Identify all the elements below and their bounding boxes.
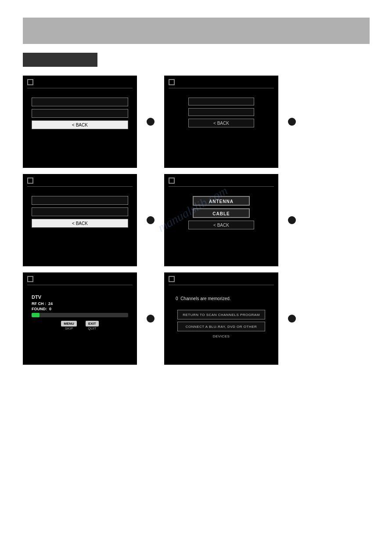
bullet-4: [288, 216, 296, 224]
antenna-button[interactable]: ANTENNA: [193, 196, 250, 206]
screens-wrapper: < BACK < BACK < BACK: [23, 76, 392, 365]
screen-1-input-2: [32, 109, 128, 118]
progress-bar-fill: [32, 313, 40, 317]
screen-2-back-btn[interactable]: < BACK: [188, 119, 254, 127]
screen-2-input-1: [188, 98, 254, 105]
screen-3-back-btn[interactable]: < BACK: [32, 219, 128, 228]
screen-3-input-1: [32, 196, 128, 205]
bullet-6: [288, 315, 296, 323]
screen-1-back-btn[interactable]: < BACK: [32, 120, 128, 129]
screen-3: < BACK: [23, 174, 137, 266]
screen-1-input-1: [32, 98, 128, 106]
return-scan-button[interactable]: RETURN TO SCAN CHANNELS PROGRAM: [177, 310, 265, 319]
screen-icon-1: [27, 79, 33, 85]
screen-4: ANTENNA CABLE < BACK: [164, 174, 278, 266]
screen-icon-6: [169, 276, 175, 282]
screen-2-input-2: [188, 108, 254, 116]
bullet-3: [147, 216, 155, 224]
screen-icon-3: [27, 178, 33, 184]
screen-6-content: 0 Channels are memorized. RETURN TO SCAN…: [169, 296, 274, 331]
row-3: DTV RF CH : 24 FOUND: 0 MENU SKIP E: [23, 272, 392, 365]
bullet-2: [288, 118, 296, 126]
screen-icon-5: [27, 276, 33, 282]
screen-icon-4: [169, 178, 175, 184]
screen-1-content: < BACK: [27, 98, 133, 129]
connect-devices-button[interactable]: CONNECT A BLU-RAY, DVD OR OTHER DEVICES: [177, 322, 265, 331]
screen-icon-2: [169, 79, 175, 85]
row-1: < BACK < BACK: [23, 76, 392, 168]
dtv-rfch-row: RF CH : 24: [32, 301, 128, 306]
header-bar: [23, 18, 370, 44]
screen-4-back-btn[interactable]: < BACK: [188, 221, 254, 229]
dtv-found-row: FOUND: 0: [32, 307, 128, 311]
section-label: [23, 53, 97, 67]
dtv-label: DTV: [32, 294, 128, 300]
screen-2: < BACK: [164, 76, 278, 168]
bullet-1: [147, 118, 155, 126]
progress-bar-bg: [32, 313, 128, 317]
result-channels-text: 0 Channels are memorized.: [171, 296, 271, 301]
exit-button[interactable]: EXIT: [86, 321, 99, 326]
screen-5: DTV RF CH : 24 FOUND: 0 MENU SKIP E: [23, 272, 137, 365]
row-2: < BACK ANTENNA CABLE < BACK: [23, 174, 392, 266]
cable-button[interactable]: CABLE: [193, 208, 250, 218]
menu-button[interactable]: MENU: [61, 321, 77, 326]
screen-4-content: ANTENNA CABLE < BACK: [169, 196, 274, 229]
screen-6: 0 Channels are memorized. RETURN TO SCAN…: [164, 272, 278, 365]
quit-label: QUIT: [86, 326, 99, 330]
exit-btn-group: EXIT QUIT: [86, 321, 99, 330]
menu-btn-group: MENU SKIP: [61, 321, 77, 330]
dtv-buttons: MENU SKIP EXIT QUIT: [32, 321, 128, 330]
skip-label: SKIP: [61, 326, 77, 330]
screen-3-content: < BACK: [27, 196, 133, 228]
screen-1: < BACK: [23, 76, 137, 168]
screen-5-content: DTV RF CH : 24 FOUND: 0 MENU SKIP E: [27, 294, 133, 330]
screen-3-input-2: [32, 207, 128, 216]
screen-2-content: < BACK: [169, 98, 274, 127]
bullet-5: [147, 315, 155, 323]
